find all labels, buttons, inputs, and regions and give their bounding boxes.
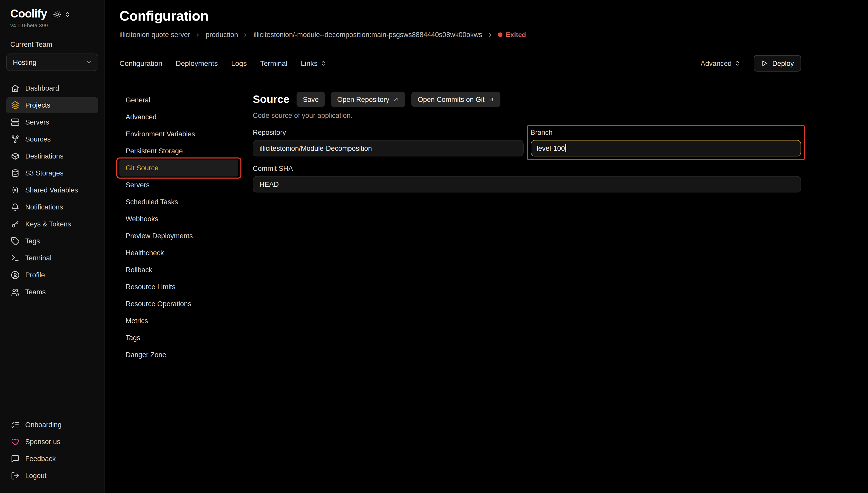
tab-terminal[interactable]: Terminal xyxy=(260,59,288,67)
breadcrumb-application[interactable]: illicitestonion/-module--decomposition:m… xyxy=(254,31,482,39)
sidebar-item-sources[interactable]: Sources xyxy=(6,131,98,147)
sidebar-item-tags[interactable]: Tags xyxy=(6,233,98,249)
arrow-up-right-icon xyxy=(393,96,399,102)
subnav-item-tags[interactable]: Tags xyxy=(120,329,238,346)
app-logo: Coolify xyxy=(10,7,47,21)
source-panel-header: Source Save Open Repository Open Commits… xyxy=(253,92,801,107)
repository-input[interactable] xyxy=(253,140,523,156)
tab-configuration[interactable]: Configuration xyxy=(120,59,163,67)
subnav-item-servers[interactable]: Servers xyxy=(120,176,238,193)
sidebar-item-teams[interactable]: Teams xyxy=(6,284,98,300)
sidebar: Coolify v4.0.0-beta.399 Current Team Hos… xyxy=(0,0,105,493)
subnav-item-healthcheck[interactable]: Healthcheck xyxy=(120,244,238,261)
breadcrumb: illicitonion quote server production ill… xyxy=(120,31,801,39)
sidebar-item-label: Sponsor us xyxy=(25,438,61,446)
tab-links[interactable]: Links xyxy=(301,59,326,67)
theme-switcher-chevrons-icon[interactable] xyxy=(64,11,70,18)
open-repository-button[interactable]: Open Repository xyxy=(331,92,405,107)
team-select[interactable]: Hosting xyxy=(6,53,98,71)
theme-sun-icon[interactable] xyxy=(53,10,61,19)
users-icon xyxy=(10,288,20,296)
source-title: Source xyxy=(253,93,289,106)
subnav-item-environment-variables[interactable]: Environment Variables xyxy=(120,126,238,143)
chevrons-up-down-icon xyxy=(734,60,740,66)
breadcrumb-project[interactable]: illicitonion quote server xyxy=(120,31,190,39)
subnav-item-resource-operations[interactable]: Resource Operations xyxy=(120,295,238,313)
sidebar-item-label: Servers xyxy=(25,119,49,126)
subnav-item-rollback[interactable]: Rollback xyxy=(120,261,238,278)
sidebar-item-notifications[interactable]: Notifications xyxy=(6,199,98,215)
variables-icon xyxy=(10,186,20,194)
sidebar-item-label: Destinations xyxy=(25,152,64,160)
sidebar-item-s3-storages[interactable]: S3 Storages xyxy=(6,165,98,181)
source-description: Code source of your application. xyxy=(253,112,801,120)
list-checks-icon xyxy=(10,421,20,429)
open-commits-button[interactable]: Open Commits on Git xyxy=(411,92,501,107)
sidebar-item-terminal[interactable]: Terminal xyxy=(6,250,98,266)
chevrons-up-down-icon xyxy=(320,60,326,66)
tab-logs[interactable]: Logs xyxy=(231,59,247,67)
subnav-item-metrics[interactable]: Metrics xyxy=(120,313,238,329)
subnav-item-webhooks[interactable]: Webhooks xyxy=(120,211,238,228)
settings-subnav: General Advanced Environment Variables P… xyxy=(120,92,238,363)
source-panel: Source Save Open Repository Open Commits… xyxy=(253,92,801,363)
tab-deployments[interactable]: Deployments xyxy=(176,59,218,67)
sidebar-item-servers[interactable]: Servers xyxy=(6,114,98,130)
commit-sha-input[interactable] xyxy=(253,176,801,192)
subnav-item-resource-limits[interactable]: Resource Limits xyxy=(120,278,238,295)
server-icon xyxy=(10,118,20,127)
subnav-item-advanced[interactable]: Advanced xyxy=(120,109,238,126)
sidebar-item-label: Terminal xyxy=(25,254,51,262)
git-fork-icon xyxy=(10,135,20,144)
subnav-item-scheduled-tasks[interactable]: Scheduled Tasks xyxy=(120,193,238,211)
sidebar-item-shared-variables[interactable]: Shared Variables xyxy=(6,182,98,198)
sidebar-item-label: Profile xyxy=(25,271,45,279)
subnav-item-general[interactable]: General xyxy=(120,92,238,109)
user-icon xyxy=(10,271,20,279)
sidebar-item-label: S3 Storages xyxy=(25,169,64,177)
save-button[interactable]: Save xyxy=(297,92,325,107)
main-area: Configuration illicitonion quote server … xyxy=(105,0,868,493)
team-select-value: Hosting xyxy=(13,59,37,66)
breadcrumb-environment[interactable]: production xyxy=(206,31,238,39)
sidebar-item-label: Teams xyxy=(25,288,46,296)
sidebar-item-profile[interactable]: Profile xyxy=(6,267,98,283)
advanced-menu[interactable]: Advanced xyxy=(701,60,740,67)
branch-field: Branch level-100 xyxy=(531,129,801,156)
sidebar-item-label: Dashboard xyxy=(25,84,59,92)
subnav-item-git-source[interactable]: Git Source xyxy=(120,159,238,176)
heart-icon xyxy=(10,437,20,446)
sidebar-nav: Dashboard Projects Servers Sources Desti… xyxy=(6,80,98,300)
sidebar-item-dashboard[interactable]: Dashboard xyxy=(6,80,98,96)
branch-input[interactable]: level-100 xyxy=(531,140,801,156)
subnav-item-persistent-storage[interactable]: Persistent Storage xyxy=(120,143,238,159)
branch-label: Branch xyxy=(531,129,801,136)
sidebar-item-destinations[interactable]: Destinations xyxy=(6,148,98,164)
layers-icon xyxy=(10,101,20,110)
sidebar-item-projects[interactable]: Projects xyxy=(6,97,98,113)
sidebar-item-sponsor-us[interactable]: Sponsor us xyxy=(6,434,98,450)
sidebar-item-label: Keys & Tokens xyxy=(25,220,71,228)
sidebar-item-logout[interactable]: Logout xyxy=(6,468,98,484)
tabbar: Configuration Deployments Logs Terminal … xyxy=(120,55,801,78)
current-team-label: Current Team xyxy=(10,41,98,48)
sidebar-item-label: Logout xyxy=(25,472,47,479)
sidebar-item-label: Feedback xyxy=(25,455,56,463)
sidebar-item-feedback[interactable]: Feedback xyxy=(6,451,98,467)
sidebar-item-label: Notifications xyxy=(25,203,63,211)
sidebar-item-label: Onboarding xyxy=(25,421,62,429)
sidebar-item-label: Tags xyxy=(25,237,40,245)
repository-field: Repository xyxy=(253,129,523,156)
commit-sha-label: Commit SHA xyxy=(253,165,801,172)
message-icon xyxy=(10,454,20,463)
subnav-item-preview-deployments[interactable]: Preview Deployments xyxy=(120,228,238,244)
sidebar-item-onboarding[interactable]: Onboarding xyxy=(6,417,98,433)
sidebar-footer: Onboarding Sponsor us Feedback Logout xyxy=(6,417,98,484)
tag-icon xyxy=(10,237,20,245)
deploy-button[interactable]: Deploy xyxy=(754,55,801,71)
sidebar-item-keys-tokens[interactable]: Keys & Tokens xyxy=(6,216,98,232)
text-cursor xyxy=(566,144,566,152)
status-text: Exited xyxy=(506,31,526,39)
subnav-item-danger-zone[interactable]: Danger Zone xyxy=(120,346,238,363)
logout-icon xyxy=(10,471,20,480)
